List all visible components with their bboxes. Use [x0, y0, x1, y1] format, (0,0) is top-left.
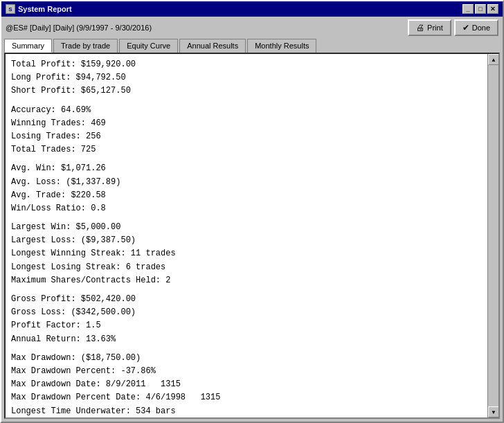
stat-group-1: Accuracy: 64.69%Winning Trades: 469Losin…	[11, 104, 482, 157]
close-button[interactable]: ✕	[487, 4, 498, 14]
print-icon: 🖨	[416, 23, 424, 33]
stat-line: Max Drawdown Date: 8/9/2011 1315	[11, 378, 482, 391]
stat-line: Maximum Shares/Contracts Held: 2	[11, 274, 482, 287]
tab-annual-results[interactable]: Annual Results	[179, 39, 246, 53]
stat-line: Gross Loss: ($342,500.00)	[11, 306, 482, 319]
checkmark-icon: ✔	[462, 23, 469, 33]
stat-group-2: Avg. Win: $1,071.26Avg. Loss: ($1,337.89…	[11, 162, 482, 215]
scrollbar[interactable]: ▲ ▼	[487, 54, 498, 417]
stat-line: Annual Return: 13.63%	[11, 333, 482, 346]
stat-group-3: Largest Win: $5,000.00Largest Loss: ($9,…	[11, 221, 482, 287]
stat-line: Short Profit: $65,127.50	[11, 84, 482, 98]
stat-line: Gross Profit: $502,420.00	[11, 293, 482, 306]
maximize-button[interactable]: □	[475, 4, 486, 14]
content-area: Total Profit: $159,920.00Long Profit: $9…	[4, 53, 500, 419]
print-label: Print	[427, 24, 443, 32]
title-bar-text: S System Report	[6, 4, 72, 14]
stat-line: Total Trades: 725	[11, 143, 482, 156]
tab-equity-curve[interactable]: Equity Curve	[119, 39, 178, 53]
toolbar: @ES# [Daily] [Daily] (9/9/1997 - 9/30/20…	[1, 17, 503, 39]
stat-group-0: Total Profit: $159,920.00Long Profit: $9…	[11, 58, 482, 98]
toolbar-buttons: 🖨 Print ✔ Done	[408, 19, 498, 36]
stat-line: Max Drawdown Percent Date: 4/6/1998 1315	[11, 391, 482, 404]
stat-line: Longest Time Underwater: 534 bars	[11, 405, 482, 418]
stat-line: Losing Trades: 256	[11, 130, 482, 143]
tab-summary[interactable]: Summary	[4, 39, 52, 53]
stat-line: Longest Winning Streak: 11 trades	[11, 247, 482, 260]
stat-line: Win/Loss Ratio: 0.8	[11, 202, 482, 215]
stat-line: Avg. Win: $1,071.26	[11, 162, 482, 175]
title-bar: S System Report _ □ ✕	[1, 1, 503, 17]
tab-trade-by-trade[interactable]: Trade by trade	[53, 39, 118, 53]
minimize-button[interactable]: _	[462, 4, 474, 14]
stat-line: Profit Factor: 1.5	[11, 319, 482, 332]
stat-line: Longest Losing Streak: 6 trades	[11, 261, 482, 274]
stat-line: Total Profit: $159,920.00	[11, 58, 482, 71]
print-button[interactable]: 🖨 Print	[408, 19, 451, 36]
main-window: S System Report _ □ ✕ @ES# [Daily] [Dail…	[0, 0, 504, 423]
stat-line: Long Profit: $94,792.50	[11, 71, 482, 84]
stat-line: Winning Trades: 469	[11, 117, 482, 130]
stat-group-5: Max Drawdown: ($18,750.00)Max Drawdown P…	[11, 352, 482, 417]
scroll-track[interactable]	[488, 65, 498, 406]
info-text: @ES# [Daily] [Daily] (9/9/1997 - 9/30/20…	[6, 24, 404, 32]
tabs-container: Summary Trade by trade Equity Curve Annu…	[1, 39, 503, 53]
stat-line: Accuracy: 64.69%	[11, 104, 482, 117]
scroll-down-button[interactable]: ▼	[488, 406, 499, 417]
content-scroll[interactable]: Total Profit: $159,920.00Long Profit: $9…	[6, 54, 487, 417]
app-icon: S	[6, 4, 15, 14]
stat-line: Avg. Loss: ($1,337.89)	[11, 176, 482, 189]
done-label: Done	[472, 24, 490, 32]
stat-line: Avg. Trade: $220.58	[11, 189, 482, 202]
stat-line: Largest Loss: ($9,387.50)	[11, 234, 482, 247]
scroll-up-button[interactable]: ▲	[488, 54, 499, 65]
title-bar-controls: _ □ ✕	[462, 4, 498, 14]
stat-line: Largest Win: $5,000.00	[11, 221, 482, 234]
window-title: System Report	[18, 5, 72, 13]
stat-group-4: Gross Profit: $502,420.00Gross Loss: ($3…	[11, 293, 482, 346]
done-button[interactable]: ✔ Done	[454, 19, 498, 36]
stat-line: Max Drawdown: ($18,750.00)	[11, 352, 482, 365]
stat-line: Max Drawdown Percent: -37.86%	[11, 365, 482, 378]
tab-monthly-results[interactable]: Monthly Results	[247, 39, 316, 53]
